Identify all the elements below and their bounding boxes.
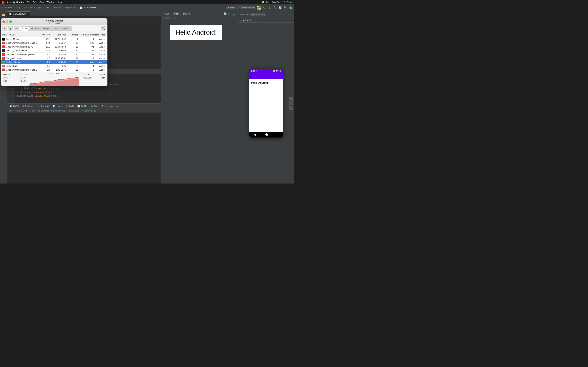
menu-window[interactable]: Window (47, 1, 55, 3)
emulator-close[interactable]: × (291, 13, 293, 16)
zoom-in[interactable]: + (289, 97, 293, 100)
am-table-row[interactable]: Google Chrome Helper (Rende...4.61:45.88… (1, 53, 107, 57)
process-idle: 451 (78, 61, 94, 63)
phone-recents-btn[interactable]: ▪ (277, 133, 278, 136)
menu-app-name[interactable]: Activity Monitor (7, 1, 24, 3)
breadcrumb-example[interactable]: example (53, 7, 61, 9)
breadcrumb-src[interactable]: src (24, 7, 26, 9)
todo-btn[interactable]: 📋 TODO (8, 104, 20, 108)
breadcrumb-com[interactable]: com (45, 7, 50, 9)
zoom-fit[interactable]: 1:1 (289, 106, 293, 109)
minimize-button[interactable] (6, 20, 9, 23)
maximize-button[interactable] (9, 20, 12, 23)
am-close-btn[interactable]: ✕ (2, 26, 7, 31)
search-button[interactable]: 🔍 (283, 6, 287, 10)
am-inspect-btn[interactable]: ⋯ (14, 26, 19, 31)
am-tab-network[interactable]: Network (60, 27, 72, 31)
preview-content: Hello Android! (161, 20, 231, 69)
emulator-device[interactable]: Pixel 4 API S (249, 13, 264, 17)
breadcrumb-project[interactable]: ComposeM1 (1, 7, 13, 9)
col-threads[interactable]: Threads (66, 34, 78, 36)
am-table-row[interactable]: qemu-system-aarch6410.52:05.6680252Apple (1, 49, 107, 53)
process-idle: 92 (78, 46, 94, 48)
run-button[interactable]: ▶ Run (257, 6, 261, 10)
breadcrumb-app[interactable]: app (17, 7, 20, 9)
profiler-icon: 📈 (77, 105, 80, 108)
profile-button[interactable]: ⏱ (268, 6, 272, 10)
volume-down-icon[interactable]: 🔉 (246, 19, 249, 22)
zoom-out[interactable]: − (289, 101, 293, 105)
am-tab-memory[interactable]: Memory (29, 27, 41, 31)
volume-up-icon[interactable]: 🔊 (243, 19, 246, 22)
run-bottom-btn[interactable]: Run (90, 104, 99, 108)
phone-content: Hello Android! (249, 79, 283, 132)
am-tab-disk[interactable]: Disk (52, 27, 60, 31)
sidebar-project[interactable]: 📁 (1, 13, 6, 17)
stat-processes: Processes: 556 (82, 76, 105, 79)
tab-main-activity[interactable]: 📄 MainActivity.kt × (7, 11, 30, 16)
menu-view[interactable]: View (39, 1, 44, 3)
menu-edit[interactable]: Edit (33, 1, 37, 3)
am-thread-stats: Threads: 5,416 Processes: 556 (79, 72, 107, 86)
breadcrumb-java[interactable]: java (38, 7, 42, 9)
menu-help[interactable]: Help (57, 1, 62, 3)
col-cpu-time[interactable]: CPU Time (50, 34, 66, 36)
run-dot (91, 105, 93, 107)
process-arch: Apple (94, 53, 106, 56)
rotate-icon[interactable]: ↻ (250, 19, 252, 22)
sidebar-right-icon1[interactable]: EM (232, 13, 237, 17)
phone-home-btn[interactable]: ⚪ (265, 133, 268, 136)
sync-button[interactable]: 🔄 (278, 6, 282, 10)
breadcrumb-file[interactable]: 📄 MainActivity.kt (79, 7, 96, 9)
process-cpu: 13.0 (38, 46, 50, 48)
logcat-btn[interactable]: 📊 Logcat (51, 104, 64, 108)
am-tab-energy[interactable]: Energy (41, 27, 52, 31)
tab-close-main[interactable]: × (27, 13, 28, 15)
app-selector[interactable]: ▶ app ▾ (226, 6, 236, 9)
am-table-row[interactable]: Google Chrome Helper (GPU)13.010:54:54.6… (1, 45, 107, 49)
am-table-row[interactable]: Android Studio2.711:09.62115451Apple (1, 60, 107, 64)
am-table-row[interactable]: Google Chrome4.619:08:37.513418Apple (1, 57, 107, 60)
am-title: Activity Monitor (14, 19, 95, 22)
am-titlebar: Activity Monitor My Processes (1, 18, 107, 25)
am-table-row[interactable]: Google Chrome Helper (Rende...14.43:59.1… (1, 41, 107, 45)
apple-menu-icon[interactable]: 🍎 (1, 0, 5, 4)
col-cpu[interactable]: % CPU ▾ (38, 33, 50, 36)
am-info-btn[interactable]: ℹ (8, 26, 13, 31)
problems-btn[interactable]: Problems (21, 104, 35, 108)
process-idle: 54 (78, 53, 94, 56)
power-icon[interactable]: ⏻ (240, 19, 242, 22)
split-preview: Code Split Design 🔄 ⊞ DefaultPreview Hel… (161, 17, 231, 69)
zoom-controls: + − 1:1 (289, 97, 293, 109)
process-icon (2, 57, 5, 60)
process-idle: 191 (78, 42, 94, 44)
phone-app-bar (249, 73, 283, 79)
process-icon (2, 38, 5, 41)
am-table-row[interactable]: Google Chrome Helper (Rende...1.41:45:13… (1, 68, 107, 72)
wifi-icon: 📶 (262, 1, 264, 3)
breadcrumb-main[interactable]: main (30, 7, 35, 9)
col-architecture[interactable]: Architecture (94, 34, 106, 36)
am-tab-cpu[interactable]: CPU (20, 27, 29, 31)
build-button[interactable]: 🔨 (273, 6, 277, 10)
am-search-btn[interactable]: 🔍 (101, 26, 106, 31)
phone-back-btn[interactable]: ◀ (254, 133, 256, 136)
debug-button[interactable]: 🐛 (262, 6, 266, 10)
phone-nav-bar: ◀ ⚪ ▪ (249, 132, 283, 138)
app-inspection-btn[interactable]: 🔬 App Inspection (100, 104, 120, 108)
am-table-row[interactable]: Screen Shot2.00.2593Apple (1, 64, 107, 68)
col-process-name[interactable]: Process Name (2, 34, 38, 36)
emulator-settings[interactable]: ⚙ (288, 13, 290, 16)
build-btn[interactable]: 🔨 Build (64, 104, 75, 108)
terminal-btn[interactable]: ⬛ Terminal (36, 104, 50, 108)
emulator-toolbar: Emulator: Pixel 4 API S ⚙ × (238, 11, 294, 18)
am-table-row[interactable]: Activity Monitor71.031:26:19.4748Apple (1, 37, 107, 41)
menubar-right: 📶 65% Wed Apr 28 10:20 AM (262, 1, 293, 3)
col-idle[interactable]: Idle Wake Ups (78, 34, 94, 36)
close-button[interactable] (2, 20, 5, 23)
breadcrumb-composem1[interactable]: composem1 (64, 7, 76, 9)
profiler-btn[interactable]: 📈 Profiler (76, 104, 89, 108)
settings-button[interactable]: ⚙️ (288, 6, 293, 10)
menu-file[interactable]: File (26, 1, 30, 3)
device-selector[interactable]: 📱 Pixel 4 API S ▾ (237, 6, 256, 9)
